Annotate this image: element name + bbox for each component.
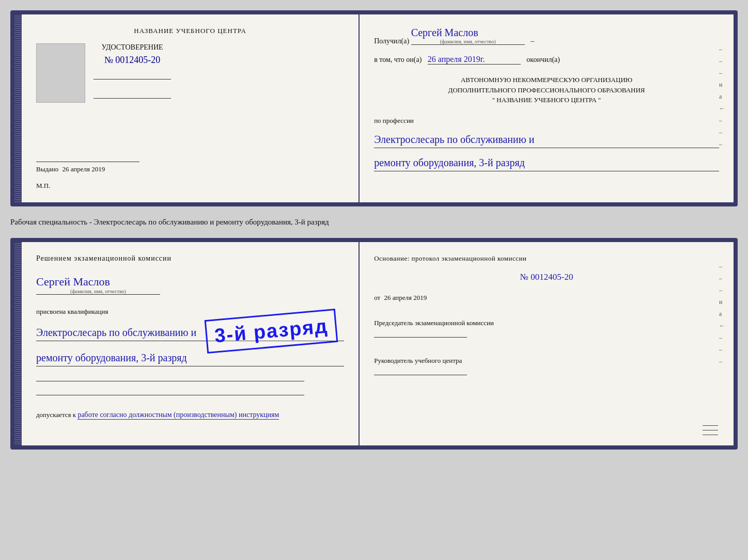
photo-placeholder [36,43,85,103]
card1: НАЗВАНИЕ УЧЕБНОГО ЦЕНТРА УДОСТОВЕРЕНИЕ №… [10,10,738,206]
date-prefix: от [374,294,380,301]
in-that-label: в том, что он(а) [374,56,422,63]
profession-line1: Электрослесарь по обслуживанию и [374,131,719,148]
leader-sig-line [374,375,467,375]
chairman-sig-line [374,337,467,338]
mp-label: М.П. [36,182,344,190]
spine-decoration-left [14,14,22,202]
decision-text: Решением экзаменационной комиссии [36,254,344,263]
cert-info-block: УДОСТОВЕРЕНИЕ № 0012405-20 [93,43,171,99]
sig-line-1 [36,381,304,381]
bottom-dashes-right [703,425,718,435]
profession-label: по профессии [374,117,719,125]
received-row: Получил(а) Сергей Маслов (фамилия, имя, … [374,27,719,45]
side-letters-2: – – – и а ← – – – [719,263,725,365]
card1-right: Получил(а) Сергей Маслов (фамилия, имя, … [360,14,734,202]
completed-date-field: 26 апреля 2019г. [428,55,521,65]
qual-line2: ремонту оборудования, 3-й разряд [36,349,344,366]
completed-label: окончил(а) [526,56,560,63]
received-name: Сергей Маслов [411,27,478,38]
received-label: Получил(а) [374,37,409,45]
org-line1: АВТОНОМНУЮ НЕКОММЕРЧЕСКУЮ ОРГАНИЗАЦИЮ [374,75,719,85]
person-name-block: Сергей Маслов (фамилия, имя, отчество) [36,275,344,295]
org-line2: ДОПОЛНИТЕЛЬНОГО ПРОФЕССИОНАЛЬНОГО ОБРАЗО… [374,85,719,95]
dash1: – [531,37,534,45]
leader-label: Руководитель учебного центра [374,356,719,365]
protocol-number: № 0012405-20 [374,272,719,282]
person-name: Сергей Маслов [36,275,110,288]
dash-line-1 [703,425,718,426]
card1-left: НАЗВАНИЕ УЧЕБНОГО ЦЕНТРА УДОСТОВЕРЕНИЕ №… [14,14,360,202]
completed-date: 26 апреля 2019г. [428,55,485,63]
protocol-date-row: от 26 апреля 2019 [374,294,719,302]
dash-line-3 [703,435,718,435]
protocol-date: 26 апреля 2019 [384,294,427,301]
side-letters-1: – – – и а ← – – – [719,45,725,148]
cert-number: № 0012405-20 [93,55,171,66]
spine-decoration-left2 [14,242,22,445]
profession-line2: ремонту оборудования, 3-й разряд [374,154,719,171]
basis-label: Основание: протокол экзаменационной коми… [374,254,719,263]
received-name-field: Сергей Маслов (фамилия, имя, отчество) [411,27,525,45]
card1-main-row: УДОСТОВЕРЕНИЕ № 0012405-20 [36,43,344,103]
date-row: в том, что он(а) 26 апреля 2019г. окончи… [374,55,719,65]
admitted-label: допускается к [36,411,76,419]
sig-line-2 [36,395,304,395]
issued-date: 26 апреля 2019 [63,165,105,173]
name-sublabel2: (фамилия, имя, отчество) [36,289,160,294]
card2-right: Основание: протокол экзаменационной коми… [360,242,734,445]
between-text: Рабочая специальность - Электрослесарь п… [10,216,738,229]
org-line3: " НАЗВАНИЕ УЧЕБНОГО ЦЕНТРА " [374,95,719,105]
name-sublabel1: (фамилия, имя, отчество) [411,39,525,44]
cert-label: УДОСТОВЕРЕНИЕ [93,43,171,52]
admitted-row: допускается к работе согласно должностны… [36,411,344,420]
issued-label: Выдано [36,165,58,173]
dash-line-2 [703,430,718,430]
admitted-detail: работе согласно должностным (производств… [77,411,279,419]
card2: Решением экзаменационной комиссии Сергей… [10,238,738,450]
chairman-label: Председатель экзаменационной комиссии [374,318,719,328]
stamp-text: 3-й разряд [214,315,329,347]
issued-line: Выдано 26 апреля 2019 [36,162,139,173]
card1-center-title: НАЗВАНИЕ УЧЕБНОГО ЦЕНТРА [36,27,344,35]
org-block: АВТОНОМНУЮ НЕКОММЕРЧЕСКУЮ ОРГАНИЗАЦИЮ ДО… [374,75,719,105]
person-name-field: Сергей Маслов (фамилия, имя, отчество) [36,275,160,295]
admitted-detail-field: работе согласно должностным (производств… [77,411,279,420]
